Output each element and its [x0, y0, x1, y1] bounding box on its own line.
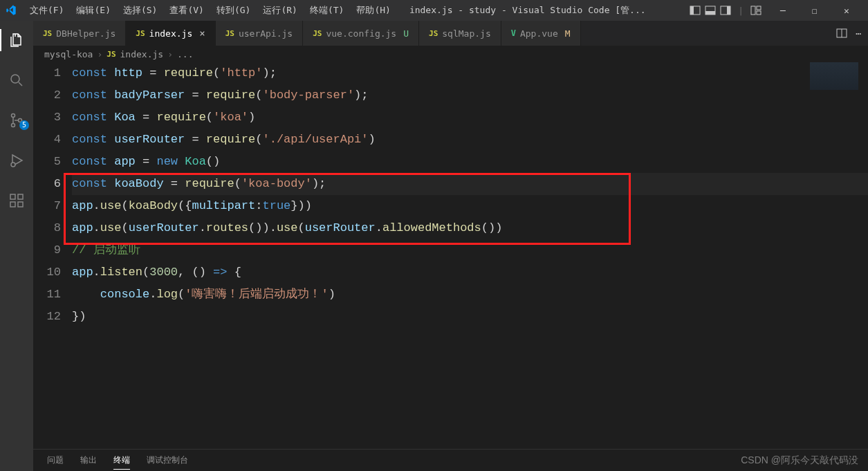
- js-icon: JS: [136, 29, 145, 38]
- menu-selection[interactable]: 选择(S): [117, 1, 163, 19]
- panel-terminal[interactable]: 终端: [113, 452, 130, 470]
- search-icon: [8, 72, 25, 89]
- svg-rect-8: [757, 11, 761, 15]
- git-status: M: [565, 28, 571, 39]
- layout-sidebar-left-icon[interactable]: [690, 5, 701, 16]
- tab-vueconfig[interactable]: JSvue.config.jsU: [303, 21, 419, 46]
- panel-output[interactable]: 输出: [80, 452, 97, 469]
- svg-rect-7: [757, 6, 761, 10]
- js-icon: JS: [429, 29, 438, 38]
- js-icon: JS: [107, 50, 116, 59]
- activity-scm[interactable]: 5: [0, 107, 33, 134]
- js-icon: JS: [43, 29, 52, 38]
- tab-dbhelper[interactable]: JSDBHelper.js: [33, 21, 126, 46]
- menu-edit[interactable]: 编辑(E): [70, 1, 116, 19]
- tab-label: vue.config.js: [326, 28, 396, 39]
- tab-label: sqlMap.js: [442, 28, 490, 39]
- svg-rect-16: [18, 202, 23, 207]
- menu-bar: 文件(F) 编辑(E) 选择(S) 查看(V) 转到(G) 运行(R) 终端(T…: [24, 1, 397, 19]
- svg-point-13: [11, 163, 15, 167]
- breadcrumbs[interactable]: mysql-koa › JS index.js › ...: [33, 46, 868, 62]
- layout-customize-icon[interactable]: [750, 5, 761, 16]
- activity-search[interactable]: [0, 66, 33, 94]
- watermark: CSDN @阿乐今天敲代码没: [741, 454, 858, 467]
- title-bar: 文件(F) 编辑(E) 选择(S) 查看(V) 转到(G) 运行(R) 终端(T…: [0, 0, 868, 21]
- svg-rect-3: [705, 11, 715, 15]
- svg-rect-17: [18, 194, 23, 199]
- activity-extensions[interactable]: [0, 187, 33, 214]
- layout-panel-icon[interactable]: [705, 5, 716, 16]
- menu-go[interactable]: 转到(G): [210, 1, 257, 19]
- tab-label: userApi.js: [239, 28, 293, 39]
- bc-folder[interactable]: mysql-koa: [44, 49, 93, 59]
- split-editor-icon[interactable]: [836, 28, 847, 39]
- menu-file[interactable]: 文件(F): [24, 1, 70, 19]
- editor-tabs: JSDBHelper.js JSindex.js× JSuserApi.js J…: [33, 21, 868, 46]
- menu-help[interactable]: 帮助(H): [350, 1, 396, 19]
- code-content[interactable]: const http = require('http'); const bady…: [72, 62, 868, 449]
- activity-bar: 5: [0, 21, 33, 471]
- tab-label: App.vue: [520, 28, 558, 39]
- panel-debug-console[interactable]: 调试控制台: [147, 452, 188, 469]
- close-icon[interactable]: ×: [199, 28, 205, 39]
- window-minimize-button[interactable]: ─: [767, 0, 799, 21]
- tab-sqlmap[interactable]: JSsqlMap.js: [419, 21, 501, 46]
- svg-rect-1: [690, 6, 694, 15]
- scm-badge: 5: [19, 120, 29, 130]
- svg-point-9: [11, 75, 19, 83]
- more-actions-icon[interactable]: ⋯: [856, 28, 861, 39]
- git-status: U: [403, 28, 409, 39]
- js-icon: JS: [225, 29, 234, 38]
- vscode-icon: [6, 5, 17, 16]
- minimap[interactable]: [810, 62, 858, 90]
- tab-label: index.js: [149, 28, 193, 39]
- chevron-right-icon: ›: [97, 49, 102, 59]
- bc-file[interactable]: index.js: [120, 49, 164, 59]
- activity-run[interactable]: [0, 147, 33, 174]
- files-icon: [8, 32, 25, 48]
- js-icon: JS: [313, 29, 322, 38]
- tab-userapi[interactable]: JSuserApi.js: [216, 21, 304, 46]
- svg-point-11: [12, 124, 15, 127]
- extensions-icon: [8, 192, 25, 209]
- bc-trail[interactable]: ...: [177, 49, 193, 59]
- svg-rect-14: [10, 194, 15, 199]
- run-debug-icon: [8, 152, 25, 169]
- menu-run[interactable]: 运行(R): [257, 1, 303, 19]
- window-close-button[interactable]: ✕: [831, 0, 862, 21]
- menu-view[interactable]: 查看(V): [163, 1, 210, 19]
- layout-sidebar-right-icon[interactable]: [720, 5, 731, 16]
- menu-terminal[interactable]: 终端(T): [304, 1, 350, 19]
- svg-rect-6: [751, 6, 755, 15]
- line-numbers: 1 2 3 4 5 6 7 8 9 10 11 12: [33, 62, 72, 449]
- svg-rect-15: [10, 202, 15, 207]
- tab-label: DBHelper.js: [56, 28, 116, 39]
- panel-problems[interactable]: 问题: [47, 452, 64, 469]
- chevron-right-icon: ›: [167, 49, 173, 59]
- code-editor[interactable]: 1 2 3 4 5 6 7 8 9 10 11 12 const http = …: [33, 62, 868, 449]
- svg-rect-5: [727, 6, 730, 15]
- activity-explorer[interactable]: [0, 26, 33, 54]
- tab-index[interactable]: JSindex.js×: [126, 21, 215, 46]
- editor-area: JSDBHelper.js JSindex.js× JSuserApi.js J…: [33, 21, 868, 471]
- tab-appvue[interactable]: VApp.vueM: [501, 21, 581, 46]
- svg-point-10: [12, 114, 15, 118]
- vue-icon: V: [511, 28, 516, 38]
- window-title: index.js - study - Visual Studio Code [管…: [400, 4, 687, 17]
- window-maximize-button[interactable]: ☐: [799, 0, 831, 21]
